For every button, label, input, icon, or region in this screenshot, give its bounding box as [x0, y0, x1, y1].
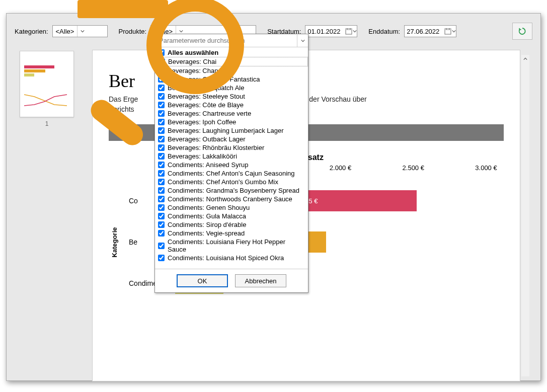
parameter-item[interactable]: Beverages: Laughing Lumberjack Lager	[155, 126, 308, 135]
parameter-item-label: Beverages: Guaraná Fantastica	[168, 75, 260, 83]
kategorien-value: <Alle>	[53, 28, 77, 35]
parameter-button-row: OK Abbrechen	[155, 269, 308, 292]
startdatum-field[interactable]	[305, 28, 345, 35]
parameter-checkbox[interactable]	[158, 243, 165, 249]
parameter-item-label: Beverages: Chai	[168, 58, 216, 65]
kategorien-label: Kategorien:	[15, 28, 48, 35]
produkte-label: Produkte:	[119, 28, 147, 35]
parameter-item[interactable]: Condiments: Sirop d'érable	[155, 220, 308, 229]
parameter-item-label: Condiments: Vegie-spread	[168, 229, 245, 237]
parameter-checkbox[interactable]	[158, 204, 165, 211]
parameter-checkbox[interactable]	[158, 230, 165, 237]
parameter-item[interactable]: Beverages: Sasquatch Ale	[155, 84, 308, 92]
parameter-item-label: Beverages: Ipoh Coffee	[168, 118, 236, 126]
startdatum-input[interactable]	[305, 25, 357, 37]
parameter-checkbox[interactable]	[158, 144, 165, 151]
calendar-icon[interactable]	[345, 26, 357, 37]
parameter-item[interactable]: Beverages: Rhönbräu Klosterbier	[155, 143, 308, 152]
ok-button[interactable]: OK	[177, 274, 228, 287]
parameter-checkbox[interactable]	[158, 110, 165, 117]
parameter-checkbox[interactable]	[158, 67, 165, 74]
parameter-item-label: Beverages: Laughing Lumberjack Lager	[168, 127, 284, 134]
parameter-list[interactable]: Alles auswählen Beverages: ChaiBeverages…	[155, 47, 308, 269]
scroll-up-icon[interactable]	[521, 55, 529, 63]
parameter-item-label: Condiments: Genen Shouyu	[168, 204, 250, 211]
parameter-item[interactable]: Beverages: Côte de Blaye	[155, 101, 308, 109]
parameter-item[interactable]: Beverages: Lakkalikööri	[155, 152, 308, 161]
thumbnail-panel: 1	[7, 45, 87, 381]
parameter-item[interactable]: Condiments: Vegie-spread	[155, 229, 308, 238]
parameter-checkbox[interactable]	[158, 102, 165, 108]
parameter-checkbox[interactable]	[159, 58, 165, 65]
parameter-item[interactable]: Condiments: Grandma's Boysenberry Spread	[155, 186, 308, 195]
parameter-checkbox[interactable]	[158, 162, 165, 168]
parameter-checkbox[interactable]	[158, 127, 165, 134]
parameter-item[interactable]: Beverages: Chartreuse verte	[155, 109, 308, 118]
parameter-checkbox[interactable]	[158, 170, 165, 177]
chevron-down-icon[interactable]	[297, 35, 308, 47]
parameter-checkbox[interactable]	[158, 213, 165, 219]
select-all-checkbox[interactable]	[158, 49, 165, 56]
parameter-item-label: Beverages: Chang	[168, 67, 222, 74]
parameter-item-label: Beverages: Côte de Blaye	[168, 101, 244, 109]
parameter-item[interactable]: Condiments: Louisiana Hot Spiced Okra	[155, 254, 308, 262]
parameter-item-label: Beverages: Chartreuse verte	[168, 110, 251, 117]
parameter-item[interactable]: Condiments: Chef Anton's Cajun Seasoning	[155, 169, 308, 178]
parameter-item[interactable]: Beverages: Outback Lager	[155, 135, 308, 143]
parameter-checkbox[interactable]	[158, 119, 165, 125]
parameter-checkbox[interactable]	[158, 153, 165, 160]
parameter-item-label: Beverages: Steeleye Stout	[168, 93, 245, 100]
select-all-item[interactable]: Alles auswählen	[155, 48, 308, 57]
parameter-checkbox[interactable]	[158, 93, 165, 100]
parameter-checkbox[interactable]	[158, 221, 165, 228]
parameter-item-label: Beverages: Lakkalikööri	[168, 152, 237, 160]
parameter-item[interactable]: Condiments: Northwoods Cranberry Sauce	[155, 195, 308, 203]
parameter-checkbox[interactable]	[158, 187, 165, 194]
parameter-checkbox[interactable]	[158, 136, 165, 142]
refresh-button[interactable]	[512, 23, 532, 40]
parameter-item-label: Condiments: Northwoods Cranberry Sauce	[168, 195, 292, 203]
parameter-item[interactable]: Beverages: Ipoh Coffee	[155, 118, 308, 126]
parameter-search-input[interactable]	[155, 34, 297, 47]
thumbnail-page-1[interactable]: 1	[13, 51, 81, 127]
parameter-item-label: Condiments: Chef Anton's Gumbo Mix	[168, 178, 278, 186]
parameter-checkbox[interactable]	[158, 179, 165, 185]
chevron-down-icon[interactable]	[77, 26, 87, 37]
parameter-item-label: Beverages: Rhönbräu Klosterbier	[168, 144, 264, 151]
parameter-checkbox[interactable]	[158, 196, 165, 202]
enddatum-field[interactable]	[405, 28, 444, 35]
parameter-item[interactable]: Beverages: Steeleye Stout	[155, 92, 308, 101]
enddatum-input[interactable]	[404, 25, 456, 37]
parameter-item[interactable]: Condiments: Aniseed Syrup	[155, 161, 308, 169]
chart-tick: 2.500 €	[396, 164, 431, 172]
parameter-item[interactable]: Condiments: Louisiana Fiery Hot Pepper S…	[155, 238, 308, 254]
parameter-dropdown: Alles auswählen Beverages: ChaiBeverages…	[154, 34, 308, 293]
vertical-scrollbar[interactable]	[521, 55, 529, 376]
parameter-item-label: Condiments: Sirop d'érable	[168, 221, 246, 228]
parameter-checkbox[interactable]	[158, 85, 165, 91]
parameter-item-label: Condiments: Aniseed Syrup	[168, 161, 248, 169]
svg-rect-1	[346, 29, 352, 30]
kategorien-combo[interactable]: <Alle>	[52, 25, 108, 37]
chart-tick: 2.000 €	[323, 164, 358, 172]
parameter-item-label: Condiments: Chef Anton's Cajun Seasoning	[168, 170, 295, 177]
app-window: Kategorien: <Alle> Produkte: <Alle> Star…	[6, 13, 541, 381]
parameter-item-label: Condiments: Louisiana Hot Spiced Okra	[168, 254, 284, 262]
parameter-checkbox[interactable]	[158, 76, 165, 83]
parameter-item-label: Condiments: Gula Malacca	[168, 212, 246, 220]
parameter-item[interactable]: Condiments: Chef Anton's Gumbo Mix	[155, 178, 308, 186]
thumbnail-page-number: 1	[13, 120, 81, 127]
parameter-item[interactable]: Beverages: Chang	[155, 66, 308, 75]
parameter-item[interactable]: Beverages: Guaraná Fantastica	[155, 75, 308, 84]
parameter-item[interactable]: Condiments: Genen Shouyu	[155, 203, 308, 212]
parameter-item-label: Beverages: Outback Lager	[168, 135, 246, 143]
parameter-item-label: Condiments: Grandma's Boysenberry Spread	[168, 187, 299, 194]
parameter-item[interactable]: Beverages: Chai	[155, 57, 308, 66]
parameter-checkbox[interactable]	[158, 255, 165, 261]
parameter-item[interactable]: Condiments: Gula Malacca	[155, 212, 308, 220]
thumbnail-preview	[20, 51, 74, 117]
chart-tick: 3.000 €	[468, 164, 504, 172]
cancel-button[interactable]: Abbrechen	[235, 274, 286, 287]
select-all-label: Alles auswählen	[168, 49, 218, 56]
calendar-icon[interactable]	[444, 26, 456, 37]
